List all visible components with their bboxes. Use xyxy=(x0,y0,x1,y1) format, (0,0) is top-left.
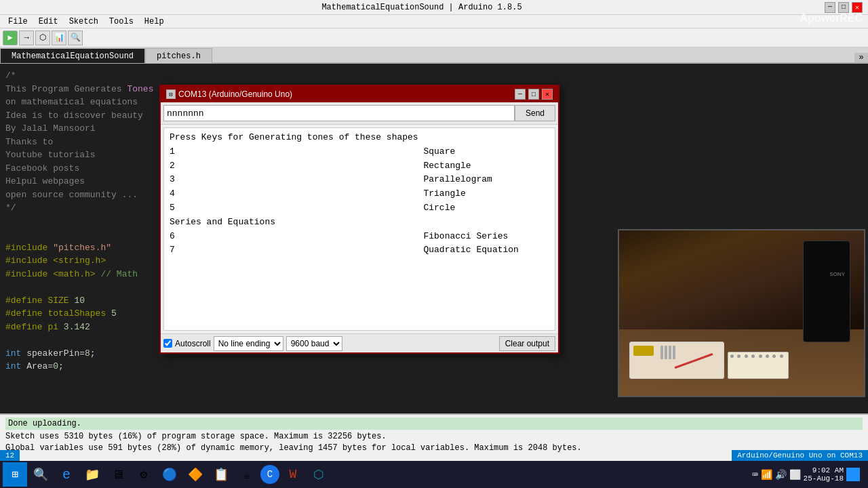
autoscroll-control: Autoscroll xyxy=(163,339,211,348)
camera-feed: SONY xyxy=(618,229,865,397)
clear-output-button[interactable]: Clear output xyxy=(499,336,555,351)
notification-button[interactable] xyxy=(846,468,860,481)
serial-line-2: 2 Rectangle xyxy=(170,159,549,174)
done-bar: Done uploading. xyxy=(5,418,863,430)
menu-file[interactable]: File xyxy=(3,17,33,26)
title-bar: MathematicalEquationSound | Arduino 1.8.… xyxy=(0,0,868,15)
serial-title-bar: ⊟ COM13 (Arduino/Genuino Uno) ─ □ ✕ xyxy=(161,86,558,102)
serial-line-5: 5 Circle xyxy=(170,201,549,216)
right-status: Arduino/Genuino Uno on COM13 xyxy=(732,450,868,461)
serial-title-left: ⊟ COM13 (Arduino/Genuino Uno) xyxy=(166,89,292,99)
serial-monitor-button[interactable]: 🔍 xyxy=(68,30,83,45)
left-status: 12 xyxy=(0,450,20,461)
taskbar-search[interactable]: 🔍 xyxy=(28,462,53,487)
autoscroll-label: Autoscroll xyxy=(175,339,211,348)
usb-port xyxy=(633,346,654,356)
taskbar-app3[interactable]: 🖥 xyxy=(106,462,130,487)
close-button[interactable]: ✕ xyxy=(852,2,863,13)
serial-line-3: 3 Parallelogram xyxy=(170,173,549,187)
taskbar-left: ⊞ 🔍 e 📁 🖥 ⚙ 🔵 🔶 📋 ☕ C W ⬡ xyxy=(3,462,331,487)
menu-tools[interactable]: Tools xyxy=(104,17,139,26)
tab-scroll-right[interactable]: » xyxy=(854,53,868,63)
camera-content: SONY xyxy=(619,230,864,396)
breadboard xyxy=(728,352,789,379)
serial-line-header: Press Keys for Generating tones of these… xyxy=(170,131,549,145)
serial-input[interactable] xyxy=(163,105,515,121)
sys-tray-icons: ⌨ 📶 🔊 ⬜ xyxy=(752,469,800,481)
tab-pitches[interactable]: pitches.h xyxy=(145,48,212,63)
serial-line-7: 7 Quadratic Equation xyxy=(170,243,549,258)
tab-main[interactable]: MathematicalEquationSound xyxy=(0,48,145,63)
breadboard-holes xyxy=(728,352,788,360)
serial-line-section: Series and Equations xyxy=(170,216,549,230)
volume-icon: 🔊 xyxy=(775,469,787,481)
serial-line-4: 4 Triangle xyxy=(170,187,549,201)
serial-title-text: COM13 (Arduino/Genuino Uno) xyxy=(178,89,292,99)
taskbar-app10[interactable]: W xyxy=(281,462,305,487)
window-title: MathematicalEquationSound | Arduino 1.8.… xyxy=(19,3,825,12)
minimize-button[interactable]: ─ xyxy=(825,2,835,13)
serial-monitor-dialog: ⊟ COM13 (Arduino/Genuino Uno) ─ □ ✕ Send… xyxy=(159,85,559,354)
clock: 9:02 AM 25-Aug-18 xyxy=(804,466,844,483)
taskbar-arduino[interactable]: ⬡ xyxy=(307,462,331,487)
toolbar: ▶ → ⬡ 📊 🔍 xyxy=(0,28,868,47)
serial-send-button[interactable]: Send xyxy=(515,105,555,121)
baud-rate-select[interactable]: 9600 baud xyxy=(286,336,342,351)
battery-icon: ⬜ xyxy=(789,469,801,481)
code-line: /* xyxy=(5,69,863,83)
menu-bar: File Edit Sketch Tools Help xyxy=(0,15,868,28)
serial-plotter-button[interactable]: 📊 xyxy=(52,30,66,45)
keyboard-icon: ⌨ xyxy=(752,469,757,481)
arduino-board xyxy=(629,342,724,379)
serial-footer: Autoscroll No line ending 9600 baud Clea… xyxy=(161,333,558,352)
taskbar: ⊞ 🔍 e 📁 🖥 ⚙ 🔵 🔶 📋 ☕ C W ⬡ ⌨ 📶 🔊 ⬜ 9:02 A… xyxy=(0,461,868,488)
serial-send-area: Send xyxy=(161,102,558,125)
apowerrec-watermark: ApowerREC xyxy=(800,12,863,24)
serial-close-button[interactable]: ✕ xyxy=(542,89,553,100)
menu-help[interactable]: Help xyxy=(139,17,170,26)
arduino-pins xyxy=(660,346,675,359)
serial-maximize-button[interactable]: □ xyxy=(528,89,539,100)
menu-edit[interactable]: Edit xyxy=(33,17,64,26)
window-controls: ─ □ ✕ xyxy=(825,2,863,13)
taskbar-ie[interactable]: e xyxy=(54,462,79,487)
taskbar-explorer[interactable]: 📁 xyxy=(80,462,104,487)
taskbar-app7[interactable]: 📋 xyxy=(209,462,233,487)
speaker-device xyxy=(803,241,850,342)
debug-button[interactable]: ⬡ xyxy=(35,30,50,45)
upload-button[interactable]: → xyxy=(19,30,34,45)
line-ending-select[interactable]: No line ending xyxy=(214,336,283,351)
taskbar-app4[interactable]: ⚙ xyxy=(132,462,156,487)
taskbar-app6[interactable]: 🔶 xyxy=(183,462,208,487)
autoscroll-checkbox[interactable] xyxy=(163,339,172,348)
serial-minimize-button[interactable]: ─ xyxy=(515,89,526,100)
menu-sketch[interactable]: Sketch xyxy=(64,17,104,26)
tabs: MathematicalEquationSound pitches.h » xyxy=(0,47,868,64)
verify-button[interactable]: ▶ xyxy=(3,30,18,45)
taskbar-right: ⌨ 📶 🔊 ⬜ 9:02 AM 25-Aug-18 xyxy=(752,466,865,483)
taskbar-app5[interactable]: 🔵 xyxy=(157,462,182,487)
start-button[interactable]: ⊞ xyxy=(3,462,27,487)
sony-label: SONY xyxy=(829,271,845,277)
serial-line-6: 6 Fibonacci Series xyxy=(170,230,549,244)
serial-output-area[interactable]: Press Keys for Generating tones of these… xyxy=(163,127,555,331)
taskbar-app8[interactable]: ☕ xyxy=(235,462,259,487)
serial-window-controls: ─ □ ✕ xyxy=(515,89,553,100)
taskbar-app9[interactable]: C xyxy=(260,465,279,484)
dialog-icon: ⊟ xyxy=(166,89,176,99)
serial-line-1: 1 Square xyxy=(170,145,549,159)
maximize-button[interactable]: □ xyxy=(838,2,849,13)
network-icon: 📶 xyxy=(761,469,772,481)
